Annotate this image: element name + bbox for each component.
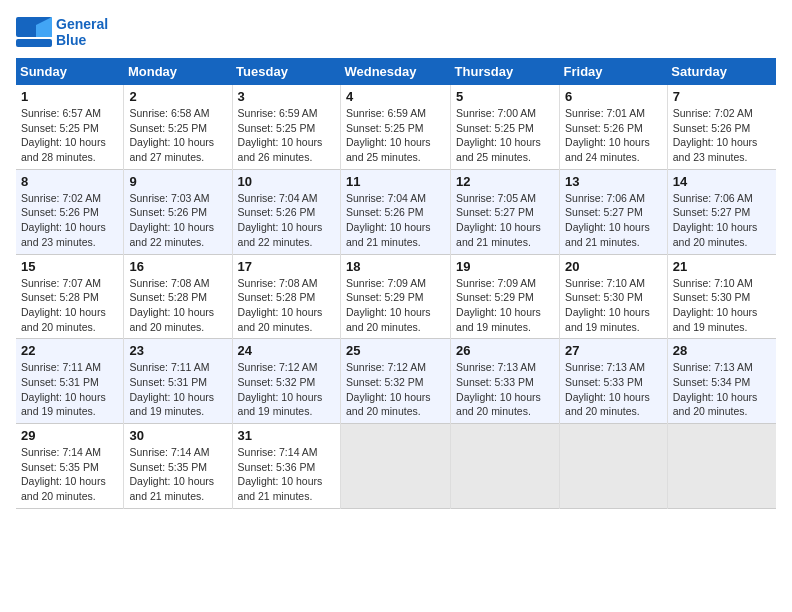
- calendar-cell: 12Sunrise: 7:05 AM Sunset: 5:27 PM Dayli…: [451, 169, 560, 254]
- header-cell-tuesday: Tuesday: [232, 58, 340, 85]
- header-cell-saturday: Saturday: [667, 58, 776, 85]
- day-info: Sunrise: 7:09 AM Sunset: 5:29 PM Dayligh…: [456, 276, 554, 335]
- calendar-cell: 7Sunrise: 7:02 AM Sunset: 5:26 PM Daylig…: [667, 85, 776, 169]
- header: GeneralBlue: [16, 16, 776, 48]
- header-cell-sunday: Sunday: [16, 58, 124, 85]
- calendar-cell: 2Sunrise: 6:58 AM Sunset: 5:25 PM Daylig…: [124, 85, 232, 169]
- calendar-cell: 23Sunrise: 7:11 AM Sunset: 5:31 PM Dayli…: [124, 339, 232, 424]
- day-info: Sunrise: 7:12 AM Sunset: 5:32 PM Dayligh…: [238, 360, 335, 419]
- day-number: 12: [456, 174, 554, 189]
- logo: GeneralBlue: [16, 16, 108, 48]
- day-info: Sunrise: 7:02 AM Sunset: 5:26 PM Dayligh…: [673, 106, 771, 165]
- calendar-week-row: 29Sunrise: 7:14 AM Sunset: 5:35 PM Dayli…: [16, 424, 776, 509]
- calendar-cell: 24Sunrise: 7:12 AM Sunset: 5:32 PM Dayli…: [232, 339, 340, 424]
- day-info: Sunrise: 7:13 AM Sunset: 5:34 PM Dayligh…: [673, 360, 771, 419]
- header-row: SundayMondayTuesdayWednesdayThursdayFrid…: [16, 58, 776, 85]
- calendar-cell: [340, 424, 450, 509]
- day-info: Sunrise: 7:06 AM Sunset: 5:27 PM Dayligh…: [673, 191, 771, 250]
- logo-text: GeneralBlue: [56, 16, 108, 48]
- day-info: Sunrise: 7:02 AM Sunset: 5:26 PM Dayligh…: [21, 191, 118, 250]
- day-number: 8: [21, 174, 118, 189]
- calendar-cell: 26Sunrise: 7:13 AM Sunset: 5:33 PM Dayli…: [451, 339, 560, 424]
- calendar-cell: 28Sunrise: 7:13 AM Sunset: 5:34 PM Dayli…: [667, 339, 776, 424]
- calendar-cell: 9Sunrise: 7:03 AM Sunset: 5:26 PM Daylig…: [124, 169, 232, 254]
- calendar-cell: 4Sunrise: 6:59 AM Sunset: 5:25 PM Daylig…: [340, 85, 450, 169]
- day-info: Sunrise: 7:13 AM Sunset: 5:33 PM Dayligh…: [565, 360, 662, 419]
- svg-rect-2: [16, 39, 52, 47]
- calendar-week-row: 8Sunrise: 7:02 AM Sunset: 5:26 PM Daylig…: [16, 169, 776, 254]
- header-cell-monday: Monday: [124, 58, 232, 85]
- calendar-cell: 31Sunrise: 7:14 AM Sunset: 5:36 PM Dayli…: [232, 424, 340, 509]
- day-number: 17: [238, 259, 335, 274]
- day-number: 2: [129, 89, 226, 104]
- calendar-cell: 17Sunrise: 7:08 AM Sunset: 5:28 PM Dayli…: [232, 254, 340, 339]
- calendar-cell: 11Sunrise: 7:04 AM Sunset: 5:26 PM Dayli…: [340, 169, 450, 254]
- day-number: 7: [673, 89, 771, 104]
- calendar-cell: [560, 424, 668, 509]
- day-info: Sunrise: 7:14 AM Sunset: 5:35 PM Dayligh…: [21, 445, 118, 504]
- day-number: 29: [21, 428, 118, 443]
- calendar-cell: 6Sunrise: 7:01 AM Sunset: 5:26 PM Daylig…: [560, 85, 668, 169]
- day-info: Sunrise: 7:12 AM Sunset: 5:32 PM Dayligh…: [346, 360, 445, 419]
- day-number: 10: [238, 174, 335, 189]
- day-number: 28: [673, 343, 771, 358]
- day-number: 31: [238, 428, 335, 443]
- calendar-cell: 30Sunrise: 7:14 AM Sunset: 5:35 PM Dayli…: [124, 424, 232, 509]
- day-info: Sunrise: 7:04 AM Sunset: 5:26 PM Dayligh…: [238, 191, 335, 250]
- day-number: 24: [238, 343, 335, 358]
- day-info: Sunrise: 7:13 AM Sunset: 5:33 PM Dayligh…: [456, 360, 554, 419]
- calendar-table: SundayMondayTuesdayWednesdayThursdayFrid…: [16, 58, 776, 509]
- calendar-cell: 19Sunrise: 7:09 AM Sunset: 5:29 PM Dayli…: [451, 254, 560, 339]
- header-cell-friday: Friday: [560, 58, 668, 85]
- header-cell-thursday: Thursday: [451, 58, 560, 85]
- day-info: Sunrise: 7:06 AM Sunset: 5:27 PM Dayligh…: [565, 191, 662, 250]
- day-number: 11: [346, 174, 445, 189]
- calendar-cell: 16Sunrise: 7:08 AM Sunset: 5:28 PM Dayli…: [124, 254, 232, 339]
- calendar-cell: 21Sunrise: 7:10 AM Sunset: 5:30 PM Dayli…: [667, 254, 776, 339]
- calendar-cell: 27Sunrise: 7:13 AM Sunset: 5:33 PM Dayli…: [560, 339, 668, 424]
- day-number: 16: [129, 259, 226, 274]
- calendar-cell: 10Sunrise: 7:04 AM Sunset: 5:26 PM Dayli…: [232, 169, 340, 254]
- day-info: Sunrise: 6:59 AM Sunset: 5:25 PM Dayligh…: [238, 106, 335, 165]
- day-number: 15: [21, 259, 118, 274]
- day-number: 26: [456, 343, 554, 358]
- day-number: 22: [21, 343, 118, 358]
- day-info: Sunrise: 7:11 AM Sunset: 5:31 PM Dayligh…: [129, 360, 226, 419]
- day-info: Sunrise: 7:03 AM Sunset: 5:26 PM Dayligh…: [129, 191, 226, 250]
- day-info: Sunrise: 7:07 AM Sunset: 5:28 PM Dayligh…: [21, 276, 118, 335]
- day-info: Sunrise: 7:10 AM Sunset: 5:30 PM Dayligh…: [565, 276, 662, 335]
- day-info: Sunrise: 7:08 AM Sunset: 5:28 PM Dayligh…: [129, 276, 226, 335]
- calendar-cell: 3Sunrise: 6:59 AM Sunset: 5:25 PM Daylig…: [232, 85, 340, 169]
- day-info: Sunrise: 7:09 AM Sunset: 5:29 PM Dayligh…: [346, 276, 445, 335]
- calendar-cell: [451, 424, 560, 509]
- header-cell-wednesday: Wednesday: [340, 58, 450, 85]
- day-info: Sunrise: 6:57 AM Sunset: 5:25 PM Dayligh…: [21, 106, 118, 165]
- day-info: Sunrise: 7:01 AM Sunset: 5:26 PM Dayligh…: [565, 106, 662, 165]
- calendar-cell: 22Sunrise: 7:11 AM Sunset: 5:31 PM Dayli…: [16, 339, 124, 424]
- day-info: Sunrise: 7:08 AM Sunset: 5:28 PM Dayligh…: [238, 276, 335, 335]
- day-number: 9: [129, 174, 226, 189]
- calendar-cell: 15Sunrise: 7:07 AM Sunset: 5:28 PM Dayli…: [16, 254, 124, 339]
- day-info: Sunrise: 6:59 AM Sunset: 5:25 PM Dayligh…: [346, 106, 445, 165]
- day-number: 20: [565, 259, 662, 274]
- day-number: 14: [673, 174, 771, 189]
- calendar-body: 1Sunrise: 6:57 AM Sunset: 5:25 PM Daylig…: [16, 85, 776, 508]
- day-number: 19: [456, 259, 554, 274]
- day-info: Sunrise: 7:05 AM Sunset: 5:27 PM Dayligh…: [456, 191, 554, 250]
- day-number: 5: [456, 89, 554, 104]
- calendar-week-row: 1Sunrise: 6:57 AM Sunset: 5:25 PM Daylig…: [16, 85, 776, 169]
- calendar-cell: 20Sunrise: 7:10 AM Sunset: 5:30 PM Dayli…: [560, 254, 668, 339]
- day-number: 4: [346, 89, 445, 104]
- calendar-cell: 18Sunrise: 7:09 AM Sunset: 5:29 PM Dayli…: [340, 254, 450, 339]
- day-number: 27: [565, 343, 662, 358]
- calendar-cell: 5Sunrise: 7:00 AM Sunset: 5:25 PM Daylig…: [451, 85, 560, 169]
- day-number: 25: [346, 343, 445, 358]
- day-info: Sunrise: 7:04 AM Sunset: 5:26 PM Dayligh…: [346, 191, 445, 250]
- calendar-cell: 29Sunrise: 7:14 AM Sunset: 5:35 PM Dayli…: [16, 424, 124, 509]
- day-number: 30: [129, 428, 226, 443]
- day-number: 21: [673, 259, 771, 274]
- calendar-cell: 13Sunrise: 7:06 AM Sunset: 5:27 PM Dayli…: [560, 169, 668, 254]
- day-number: 13: [565, 174, 662, 189]
- day-info: Sunrise: 6:58 AM Sunset: 5:25 PM Dayligh…: [129, 106, 226, 165]
- calendar-week-row: 22Sunrise: 7:11 AM Sunset: 5:31 PM Dayli…: [16, 339, 776, 424]
